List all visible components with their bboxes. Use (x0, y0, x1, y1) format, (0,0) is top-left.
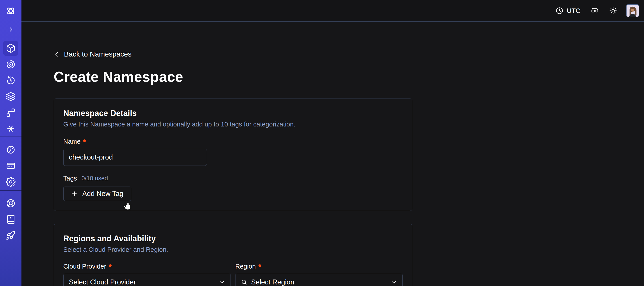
sidebar-item-getting-started[interactable] (0, 228, 22, 244)
sidebar-item-schedules[interactable] (0, 72, 22, 88)
active-item-highlight (3, 41, 18, 56)
card-title: Regions and Availability (63, 234, 403, 243)
workflows-spiral-icon (6, 59, 16, 69)
name-label-row: Name (63, 138, 403, 145)
user-avatar[interactable] (626, 4, 639, 17)
card-title: Namespace Details (63, 109, 403, 118)
required-indicator (109, 264, 112, 267)
sidebar-item-billing[interactable] (0, 158, 22, 174)
required-indicator (258, 264, 261, 267)
tags-usage-counter: 0/10 used (82, 175, 108, 182)
book-sparkle-icon (6, 215, 16, 224)
region-label-row: Region (235, 263, 403, 270)
timezone-button[interactable]: UTC (552, 4, 584, 18)
chevron-down-icon (218, 279, 225, 286)
chevron-left-icon (54, 51, 60, 57)
page-title: Create Namespace (54, 69, 644, 85)
gear-icon (6, 177, 16, 187)
cube-icon (6, 43, 16, 53)
back-link-label: Back to Namespaces (64, 50, 132, 58)
add-new-tag-button[interactable]: Add New Tag (63, 187, 131, 201)
add-new-tag-label: Add New Tag (82, 190, 124, 198)
theme-toggle-button[interactable] (606, 4, 621, 18)
card-subtitle: Select a Cloud Provider and Region. (63, 246, 403, 253)
sun-icon (609, 7, 617, 15)
cloud-provider-label: Cloud Provider (63, 263, 106, 270)
cloud-provider-placeholder: Select Cloud Provider (69, 278, 215, 286)
sidebar-divider (0, 190, 22, 191)
cloud-provider-field: Cloud Provider Select Cloud Provider (63, 253, 231, 286)
sidebar-item-batch-operations[interactable] (0, 88, 22, 105)
plus-icon (71, 190, 78, 197)
search-icon (241, 279, 248, 286)
cloud-provider-label-row: Cloud Provider (63, 263, 231, 270)
gauge-icon (6, 145, 16, 155)
sidebar (0, 0, 22, 286)
sidebar-item-nexus[interactable] (0, 121, 22, 137)
tags-label: Tags (63, 175, 77, 182)
region-placeholder: Select Region (251, 278, 387, 286)
billing-card-icon (6, 161, 16, 171)
glasses-icon (591, 7, 599, 15)
cloud-provider-select[interactable]: Select Cloud Provider (63, 274, 231, 286)
sidebar-expand-button[interactable] (0, 21, 22, 37)
rocket-icon (6, 231, 16, 241)
sidebar-item-deployments[interactable] (0, 105, 22, 121)
sidebar-item-docs[interactable] (0, 211, 22, 228)
namespace-name-input[interactable] (63, 149, 207, 166)
timezone-label: UTC (567, 7, 580, 14)
required-indicator (83, 139, 86, 142)
temporal-logo-icon[interactable] (0, 3, 22, 19)
chevron-right-icon (8, 26, 14, 33)
sidebar-divider (0, 137, 22, 137)
chevron-down-icon (390, 279, 397, 286)
layers-icon (6, 92, 16, 101)
asterisk-icon (6, 124, 16, 134)
card-subtitle: Give this Namespace a name and optionall… (63, 121, 403, 128)
branch-icon (6, 108, 16, 118)
sidebar-item-namespaces[interactable] (0, 40, 22, 56)
tags-label-row: Tags 0/10 used (63, 175, 403, 182)
namespace-details-card: Namespace Details Give this Namespace a … (54, 98, 412, 211)
sidebar-item-support[interactable] (0, 195, 22, 211)
sidebar-item-workflows[interactable] (0, 56, 22, 72)
region-select[interactable]: Select Region (235, 274, 403, 286)
back-link[interactable]: Back to Namespaces (54, 50, 132, 58)
name-label: Name (63, 138, 80, 145)
avatar-photo (626, 5, 639, 17)
region-label: Region (235, 263, 256, 270)
sidebar-item-usage[interactable] (0, 142, 22, 158)
labs-toggle-button[interactable] (587, 4, 602, 18)
lifebuoy-icon (6, 198, 16, 208)
timer-icon (6, 75, 16, 85)
clock-icon (556, 7, 564, 15)
topbar: UTC (22, 0, 644, 22)
region-field: Region Select Region (235, 253, 403, 286)
regions-card: Regions and Availability Select a Cloud … (54, 224, 412, 286)
sidebar-item-settings[interactable] (0, 174, 22, 190)
main-content: Back to Namespaces Create Namespace Name… (22, 22, 644, 286)
